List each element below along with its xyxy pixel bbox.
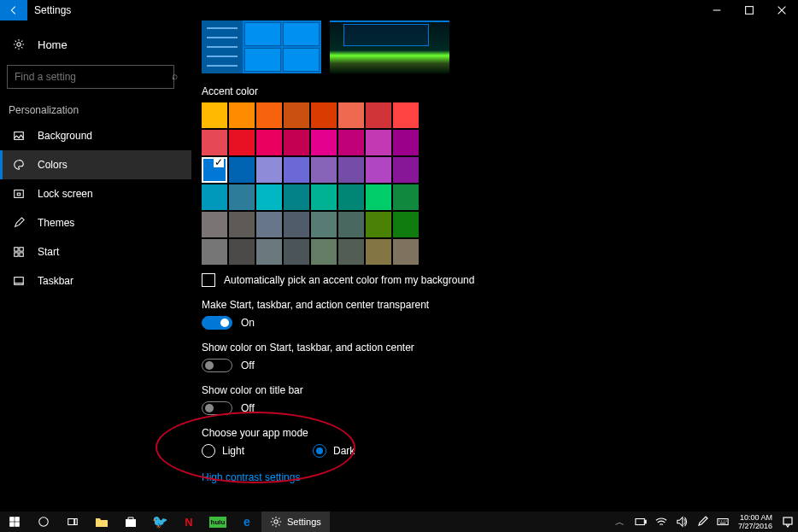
sidebar-home[interactable]: Home [0, 29, 191, 60]
action-center-button[interactable] [777, 512, 798, 532]
accent-swatch[interactable] [229, 130, 255, 155]
accent-swatch[interactable] [284, 130, 309, 155]
accent-swatch[interactable] [393, 239, 419, 265]
svg-rect-13 [15, 523, 19, 526]
taskbar-app-settings[interactable]: Settings [261, 512, 330, 532]
twitter-button[interactable]: 🐦 [145, 512, 174, 532]
accent-swatch[interactable] [256, 239, 282, 265]
tray-battery[interactable] [631, 512, 651, 532]
accent-swatch[interactable] [202, 212, 227, 237]
accent-swatch[interactable] [338, 184, 364, 210]
accent-swatch[interactable] [366, 157, 391, 183]
accent-swatch[interactable] [366, 212, 391, 237]
taskview-button[interactable] [58, 512, 87, 532]
accent-swatch[interactable] [311, 184, 337, 210]
accent-swatch[interactable] [338, 130, 364, 155]
hulu-button[interactable]: hulu [203, 512, 232, 532]
preview-desktop[interactable] [330, 20, 449, 73]
radio-icon [202, 444, 215, 458]
keyboard-icon [717, 516, 729, 528]
accent-swatch[interactable] [393, 102, 419, 128]
maximize-button[interactable] [733, 0, 766, 20]
accent-swatch[interactable] [311, 130, 337, 155]
accent-color-label: Accent color [202, 85, 798, 97]
accent-swatch[interactable] [284, 157, 309, 183]
transparent-state: On [241, 317, 255, 329]
accent-swatch[interactable] [284, 212, 309, 237]
accent-swatch[interactable] [393, 157, 419, 183]
close-button[interactable] [766, 0, 798, 20]
back-button[interactable] [0, 0, 27, 20]
tray-overflow[interactable]: ︿ [610, 512, 631, 532]
app-mode-dark[interactable]: Dark [313, 444, 355, 458]
tray-pen[interactable] [692, 512, 713, 532]
start-button[interactable] [0, 512, 29, 532]
app-mode-light[interactable]: Light [202, 444, 244, 458]
accent-swatch[interactable] [366, 239, 391, 265]
cortana-button[interactable] [29, 512, 58, 532]
accent-swatch[interactable] [229, 102, 255, 128]
accent-swatch[interactable] [366, 184, 391, 210]
accent-swatch[interactable] [311, 157, 337, 183]
hulu-icon: hulu [209, 517, 227, 528]
accent-swatch[interactable] [366, 130, 391, 155]
minimize-icon [711, 4, 723, 16]
sidebar-item-taskbar[interactable]: Taskbar [0, 266, 191, 295]
accent-swatch[interactable] [256, 130, 282, 155]
explorer-button[interactable] [87, 512, 116, 532]
accent-swatch[interactable] [284, 239, 309, 265]
accent-swatch[interactable] [393, 130, 419, 155]
minimize-button[interactable] [701, 0, 733, 20]
search-input[interactable] [7, 65, 174, 89]
show-title-toggle[interactable] [202, 401, 232, 415]
sidebar-item-label: Colors [38, 159, 67, 171]
high-contrast-link[interactable]: High contrast settings [202, 471, 300, 483]
tray-volume[interactable] [672, 512, 692, 532]
auto-pick-checkbox[interactable]: Automatically pick an accent color from … [202, 273, 798, 287]
accent-swatch[interactable] [338, 102, 364, 128]
sidebar-item-background[interactable]: Background [0, 121, 191, 150]
accent-swatch[interactable] [229, 184, 255, 210]
accent-swatch[interactable] [338, 157, 364, 183]
accent-swatch[interactable] [256, 102, 282, 128]
auto-pick-label: Automatically pick an accent color from … [224, 274, 474, 286]
accent-swatch[interactable] [311, 239, 337, 265]
accent-swatch[interactable] [256, 184, 282, 210]
accent-swatch[interactable] [393, 184, 419, 210]
accent-swatch[interactable] [202, 130, 227, 155]
tray-keyboard[interactable] [713, 512, 733, 532]
accent-swatch[interactable] [311, 212, 337, 237]
accent-swatch[interactable] [202, 102, 227, 128]
preview-start[interactable] [202, 20, 321, 73]
accent-swatch[interactable] [229, 239, 255, 265]
svg-point-18 [274, 520, 278, 523]
accent-swatch[interactable] [202, 239, 227, 265]
accent-swatch[interactable] [366, 102, 391, 128]
accent-swatch[interactable] [256, 212, 282, 237]
accent-swatch[interactable] [202, 184, 227, 210]
sidebar-item-lockscreen[interactable]: Lock screen [0, 179, 191, 208]
transparent-toggle[interactable] [202, 316, 232, 330]
system-tray: ︿ 10:00 AM 7/27/2016 [610, 512, 798, 532]
netflix-button[interactable]: N [174, 512, 203, 532]
accent-swatch[interactable] [284, 102, 309, 128]
accent-swatch[interactable] [202, 157, 227, 183]
sidebar-item-colors[interactable]: Colors [0, 150, 191, 179]
store-icon [125, 516, 137, 528]
store-button[interactable] [116, 512, 145, 532]
accent-swatch[interactable] [393, 212, 419, 237]
accent-swatch[interactable] [256, 157, 282, 183]
accent-swatch[interactable] [284, 184, 309, 210]
sidebar-item-start[interactable]: Start [0, 237, 191, 266]
accent-swatch[interactable] [229, 157, 255, 183]
edge-button[interactable]: e [232, 512, 261, 532]
tray-clock[interactable]: 10:00 AM 7/27/2016 [733, 513, 777, 530]
show-start-toggle[interactable] [202, 359, 232, 372]
accent-swatch[interactable] [229, 212, 255, 237]
sidebar-item-themes[interactable]: Themes [0, 208, 191, 237]
tray-wifi[interactable] [651, 512, 672, 532]
brush-icon [12, 216, 26, 230]
accent-swatch[interactable] [338, 239, 364, 265]
accent-swatch[interactable] [338, 212, 364, 237]
accent-swatch[interactable] [311, 102, 337, 128]
